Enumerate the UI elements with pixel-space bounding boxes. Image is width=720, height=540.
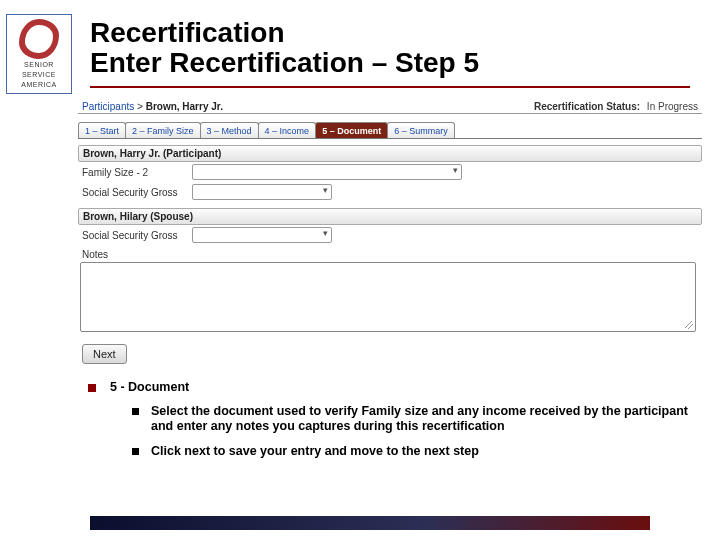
breadcrumb-sep: >	[137, 101, 143, 112]
tab-document[interactable]: 5 – Document	[315, 122, 388, 138]
participant-ssg-label: Social Security Gross	[82, 187, 192, 198]
family-size-label: Family Size - 2	[82, 167, 192, 178]
status-label: Recertification Status:	[534, 101, 640, 112]
title-line-1: Recertification	[90, 18, 479, 48]
spouse-ssg-label: Social Security Gross	[82, 230, 192, 241]
footer-bar	[90, 516, 650, 530]
status-value: In Progress	[647, 101, 698, 112]
breadcrumb-link[interactable]: Participants	[82, 101, 134, 112]
breadcrumb-row: Participants > Brown, Harry Jr. Recertif…	[78, 100, 702, 114]
subbullet-2: Click next to save your entry and move t…	[151, 444, 479, 459]
tabstrip: 1 – Start 2 – Family Size 3 – Method 4 –…	[78, 122, 702, 139]
title-underline	[90, 86, 690, 88]
notes-label: Notes	[78, 249, 702, 260]
bullet-icon	[88, 384, 96, 392]
page-title: Recertification Enter Recertification – …	[90, 18, 479, 78]
section-spouse: Brown, Hilary (Spouse)	[78, 208, 702, 225]
logo-icon	[19, 19, 59, 59]
app-window: Participants > Brown, Harry Jr. Recertif…	[78, 100, 702, 364]
tab-start[interactable]: 1 – Start	[78, 122, 126, 138]
notes-textarea[interactable]	[80, 262, 696, 332]
logo-text-2: SERVICE	[7, 71, 71, 79]
bullet-heading: 5 - Document	[110, 380, 189, 394]
next-button[interactable]: Next	[82, 344, 127, 364]
breadcrumb-name: Brown, Harry Jr.	[146, 101, 223, 112]
tab-family-size[interactable]: 2 – Family Size	[125, 122, 201, 138]
section-participant: Brown, Harry Jr. (Participant)	[78, 145, 702, 162]
logo: SENIOR SERVICE AMERICA	[6, 14, 72, 94]
title-line-2: Enter Recertification – Step 5	[90, 48, 479, 78]
subbullet-icon	[132, 408, 139, 415]
logo-text-1: SENIOR	[7, 61, 71, 69]
tab-method[interactable]: 3 – Method	[200, 122, 259, 138]
participant-ssg-select[interactable]	[192, 184, 332, 200]
subbullet-icon	[132, 448, 139, 455]
subbullet-1: Select the document used to verify Famil…	[151, 404, 688, 434]
tab-summary[interactable]: 6 – Summary	[387, 122, 455, 138]
slide-bullets: 5 - Document Select the document used to…	[88, 380, 688, 459]
family-size-select[interactable]	[192, 164, 462, 180]
tab-income[interactable]: 4 – Income	[258, 122, 317, 138]
spouse-ssg-select[interactable]	[192, 227, 332, 243]
logo-text-3: AMERICA	[7, 81, 71, 89]
